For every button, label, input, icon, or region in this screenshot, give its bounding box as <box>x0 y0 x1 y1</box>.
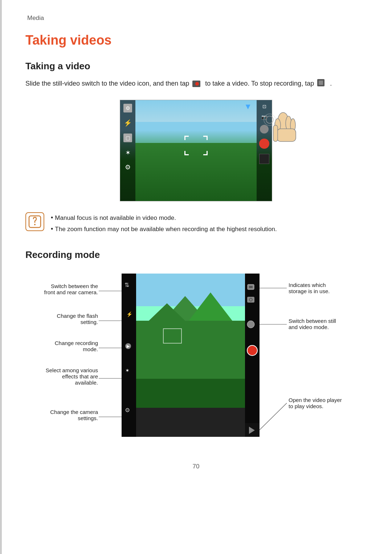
svg-text:and video mode.: and video mode. <box>289 324 329 330</box>
hand-tap-icon <box>263 107 299 154</box>
svg-line-62 <box>260 403 287 430</box>
note-icon <box>25 212 44 231</box>
camera-left-sidebar: ⚙ ⚡ ▢ ✶ ⚙ <box>120 100 135 201</box>
note-content: Manual focus is not available in video m… <box>51 212 277 235</box>
svg-point-51 <box>247 321 254 328</box>
svg-text:Switch between still: Switch between still <box>289 318 336 324</box>
note-item-1: Manual focus is not available in video m… <box>51 212 277 223</box>
svg-rect-8 <box>277 129 296 141</box>
section1-intro: Slide the still-video switch to the vide… <box>25 78 367 89</box>
svg-rect-3 <box>319 81 323 85</box>
svg-text:settings.: settings. <box>78 415 98 421</box>
svg-point-1 <box>195 82 199 86</box>
stop-icon <box>317 79 327 89</box>
svg-point-52 <box>247 345 257 356</box>
svg-text:✶: ✶ <box>125 368 130 373</box>
recording-mode-diagram: Switch between the front and rear camera… <box>25 267 367 441</box>
section2-title: Recording mode <box>25 249 367 260</box>
svg-text:Change the camera: Change the camera <box>50 409 98 415</box>
svg-text:⇅: ⇅ <box>124 282 129 288</box>
note-item-2: The zoom function may not be available w… <box>51 223 277 235</box>
svg-point-11 <box>264 114 275 126</box>
svg-text:Switch between the: Switch between the <box>51 283 98 289</box>
camera-screen-top: ⚙ ⚡ ▢ ✶ ⚙ ⊡ 📷 <box>120 100 272 201</box>
svg-rect-31 <box>136 274 245 306</box>
top-camera-screenshot: ⚙ ⚡ ▢ ✶ ⚙ ⊡ 📷 <box>25 100 367 201</box>
note-box: Manual focus is not available in video m… <box>25 212 367 235</box>
page-title: Taking videos <box>25 33 367 48</box>
section1-title: Taking a video <box>25 61 367 72</box>
svg-text:⚙: ⚙ <box>125 407 130 413</box>
svg-text:to play videos.: to play videos. <box>289 403 323 409</box>
svg-rect-47 <box>249 286 253 288</box>
svg-text:Indicates which: Indicates which <box>289 282 326 288</box>
svg-text:available.: available. <box>75 379 98 386</box>
cam-icon-1: ⚙ <box>123 104 132 112</box>
svg-text:Select among various: Select among various <box>46 367 98 373</box>
svg-text:setting.: setting. <box>81 319 98 325</box>
svg-text:effects that are: effects that are <box>62 373 98 379</box>
svg-text:▶: ▶ <box>127 344 130 348</box>
svg-text:Change recording: Change recording <box>55 340 98 346</box>
svg-rect-34 <box>136 379 245 408</box>
svg-point-10 <box>266 116 273 123</box>
svg-text:Change the flash: Change the flash <box>57 313 98 319</box>
video-record-icon <box>192 79 202 89</box>
svg-text:storage is in use.: storage is in use. <box>289 288 330 294</box>
breadcrumb: Media <box>25 15 367 22</box>
svg-text:Open the video player: Open the video player <box>289 397 342 403</box>
page-number: 70 <box>25 463 367 470</box>
cam-icon-2: ▢ <box>123 134 132 142</box>
svg-point-50 <box>250 299 252 301</box>
svg-text:mode.: mode. <box>83 346 98 352</box>
svg-rect-9 <box>273 125 278 141</box>
svg-text:⚡: ⚡ <box>126 311 133 317</box>
svg-point-13 <box>34 224 36 225</box>
svg-text:front and rear camera.: front and rear camera. <box>44 289 98 295</box>
